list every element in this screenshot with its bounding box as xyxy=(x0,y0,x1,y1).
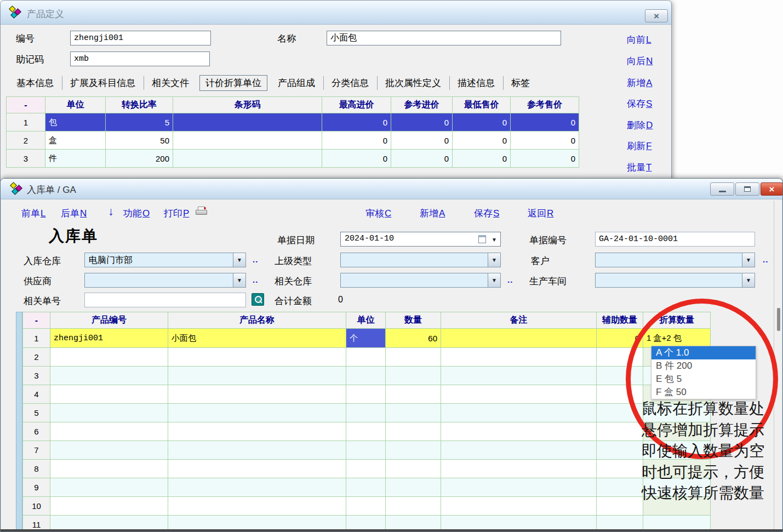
cell[interactable] xyxy=(441,478,597,497)
row-number-cell[interactable]: 3 xyxy=(7,150,45,168)
cell[interactable] xyxy=(168,422,346,441)
warehouse-combo[interactable]: 电脑门市部 ▼ xyxy=(84,253,246,267)
ref-sell-cell[interactable]: 0 xyxy=(511,131,579,150)
cell[interactable] xyxy=(597,478,643,497)
cell[interactable] xyxy=(441,385,597,404)
dropdown-button[interactable]: ▼ xyxy=(233,273,245,287)
unit-cell[interactable]: 包 xyxy=(45,113,106,131)
delete-link[interactable]: 删除D xyxy=(627,119,653,131)
max-buy-cell[interactable]: 0 xyxy=(322,113,391,131)
row-number-cell[interactable]: 8 xyxy=(23,460,50,478)
unit-cell[interactable]: 个 xyxy=(346,329,386,348)
docno-input[interactable] xyxy=(595,232,755,247)
name-input[interactable] xyxy=(327,31,561,45)
ratio-cell[interactable]: 50 xyxy=(106,131,173,150)
supplier-combo[interactable]: ▼ xyxy=(84,273,246,288)
cell[interactable] xyxy=(346,422,386,441)
parent-type-combo[interactable]: ▼ xyxy=(340,253,501,267)
cell[interactable] xyxy=(441,367,597,385)
cell[interactable] xyxy=(346,385,386,404)
cell[interactable] xyxy=(597,441,643,460)
note-cell[interactable] xyxy=(441,329,597,348)
cell[interactable] xyxy=(168,385,346,404)
row-number-cell[interactable]: 6 xyxy=(23,422,50,441)
cell[interactable] xyxy=(346,348,386,367)
cell[interactable] xyxy=(441,497,597,516)
cell[interactable] xyxy=(386,460,441,478)
close-button[interactable]: × xyxy=(761,182,783,196)
row-number-cell[interactable]: 5 xyxy=(23,404,50,422)
barcode-cell[interactable] xyxy=(173,131,322,150)
workshop-combo[interactable]: ▼ xyxy=(595,273,755,288)
next-doc-link[interactable]: 后单N xyxy=(61,207,87,220)
table-row[interactable]: 11 xyxy=(23,516,711,532)
cell[interactable] xyxy=(50,348,168,367)
tab-related-files[interactable]: 相关文件 xyxy=(144,75,197,91)
tab-product-composition[interactable]: 产品组成 xyxy=(270,75,323,91)
cell[interactable] xyxy=(386,516,441,532)
dropdown-button[interactable]: ▼ xyxy=(742,253,755,267)
cell[interactable] xyxy=(386,478,441,497)
add-link[interactable]: 新增A xyxy=(420,207,445,220)
table-row[interactable]: 3 xyxy=(23,367,711,385)
cell[interactable] xyxy=(441,441,597,460)
row-number-cell[interactable]: 7 xyxy=(23,441,50,460)
mnemonic-input[interactable] xyxy=(70,52,210,66)
row-number-cell[interactable]: 2 xyxy=(7,131,45,150)
cell[interactable] xyxy=(597,497,643,516)
supplier-browse-dots[interactable]: .. xyxy=(253,275,258,284)
barcode-cell[interactable] xyxy=(173,150,322,168)
cell[interactable] xyxy=(441,404,597,422)
ref-buy-cell[interactable]: 0 xyxy=(391,150,453,168)
table-row[interactable]: 1 zhengji001 小面包 个 60 0 1 盒+2 包 xyxy=(23,329,711,348)
add-link[interactable]: 新增A xyxy=(627,77,652,89)
row-number-cell[interactable]: 3 xyxy=(23,367,50,385)
cell[interactable] xyxy=(50,404,168,422)
product-name-cell[interactable]: 小面包 xyxy=(168,329,346,348)
ratio-cell[interactable]: 5 xyxy=(106,113,173,131)
table-row[interactable]: 4 xyxy=(23,385,711,404)
row-number-cell[interactable]: 10 xyxy=(23,497,50,516)
chevron-down-icon[interactable]: ▼ xyxy=(491,237,497,243)
cell[interactable] xyxy=(50,516,168,532)
cell[interactable] xyxy=(643,516,711,532)
table-row[interactable]: 8 xyxy=(23,460,711,478)
warehouse-browse-dots[interactable]: .. xyxy=(253,255,258,264)
functions-link[interactable]: 功能O xyxy=(123,207,150,220)
related-warehouse-browse-dots[interactable]: .. xyxy=(507,275,513,284)
cell[interactable] xyxy=(50,367,168,385)
cell[interactable] xyxy=(346,460,386,478)
cell[interactable] xyxy=(441,516,597,532)
date-picker[interactable]: 2024-01-10 ▼ xyxy=(340,232,501,247)
cell[interactable] xyxy=(168,460,346,478)
save-link[interactable]: 保存S xyxy=(474,207,499,220)
row-number-cell[interactable]: 2 xyxy=(23,348,50,367)
back-link[interactable]: 返回R xyxy=(528,207,553,220)
table-row[interactable]: 3 件 200 0 0 0 0 xyxy=(7,150,579,168)
cell[interactable] xyxy=(50,460,168,478)
cell[interactable] xyxy=(168,441,346,460)
tooltip-item[interactable]: F 盒 50 xyxy=(651,386,756,399)
cell[interactable] xyxy=(386,441,441,460)
ref-buy-cell[interactable]: 0 xyxy=(391,131,453,150)
printer-icon[interactable] xyxy=(196,207,208,216)
table-row[interactable]: 2 盒 50 0 0 0 0 xyxy=(7,131,579,150)
ref-sell-cell[interactable]: 0 xyxy=(511,113,579,131)
cell[interactable] xyxy=(441,460,597,478)
tab-label[interactable]: 标签 xyxy=(503,75,538,91)
row-number-cell[interactable]: 1 xyxy=(7,113,45,131)
cell[interactable] xyxy=(386,497,441,516)
product-window-titlebar[interactable]: 产品定义 xyxy=(1,1,671,25)
tab-description-info[interactable]: 描述信息 xyxy=(449,75,503,91)
conv-qty-cell[interactable]: 1 盒+2 包 xyxy=(643,329,711,348)
tooltip-item[interactable]: A 个 1.0 xyxy=(651,346,756,359)
cell[interactable] xyxy=(597,385,643,404)
maximize-button[interactable] xyxy=(735,182,759,196)
related-warehouse-combo[interactable]: ▼ xyxy=(340,273,501,288)
table-row[interactable]: 7 xyxy=(23,441,711,460)
refresh-link[interactable]: 刷新F xyxy=(627,140,651,152)
unit-cell[interactable]: 盒 xyxy=(45,131,106,150)
ref-buy-cell[interactable]: 0 xyxy=(391,113,453,131)
cell[interactable] xyxy=(168,348,346,367)
tab-batch-attributes[interactable]: 批次属性定义 xyxy=(377,75,449,91)
